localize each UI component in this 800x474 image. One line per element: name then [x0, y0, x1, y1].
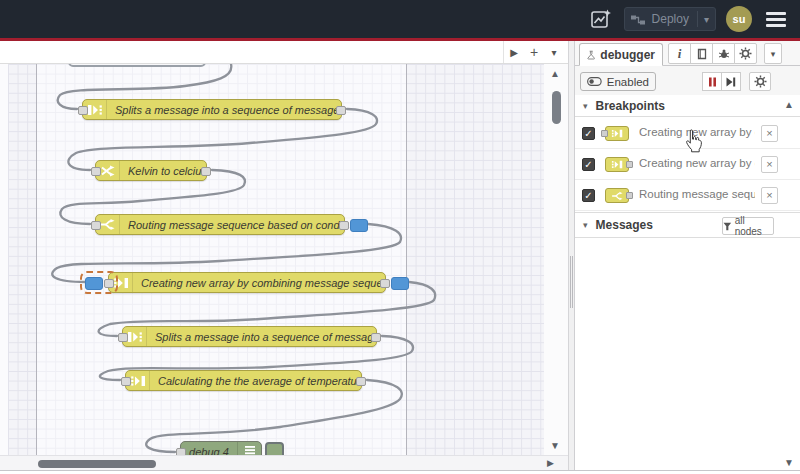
breakpoint-label: Creating new array by combining message … — [639, 157, 755, 169]
remove-breakpoint-button[interactable]: × — [761, 187, 778, 204]
sidebar: debugger i ▾ — [575, 41, 800, 470]
breakpoint-row[interactable]: ✓ Creating new array by combining messag… — [575, 118, 800, 149]
join-node-mini-icon — [601, 156, 633, 173]
breakpoint-checkbox[interactable]: ✓ — [582, 127, 595, 140]
node-label: Splits a message into a sequence of mess… — [107, 104, 341, 116]
node-label: Splits a message into a sequence of mess… — [147, 331, 376, 343]
scroll-down-icon[interactable]: ▼ — [550, 440, 560, 451]
sidebar-tabbar: debugger i ▾ — [575, 41, 800, 66]
output-port[interactable] — [371, 333, 381, 342]
input-port[interactable] — [118, 333, 128, 342]
output-port[interactable] — [356, 377, 366, 386]
debugger-settings-button[interactable] — [749, 72, 771, 91]
remove-breakpoint-button[interactable]: × — [761, 156, 778, 173]
breakpoint-label: Creating new array by combining message … — [639, 126, 755, 138]
sidebar-collapse-caret-icon[interactable]: ▾ — [764, 43, 782, 64]
info-tab-icon[interactable]: i — [668, 43, 691, 64]
breakpoint-row[interactable]: ✓ Routing message sequence based on cond… — [575, 180, 800, 211]
node-debug-4[interactable]: debug 4 — [180, 441, 262, 455]
node-join-average[interactable]: Calculating the the average of temperatu… — [125, 370, 362, 391]
debug-node-icon — [237, 442, 261, 455]
vscroll-thumb[interactable] — [552, 91, 561, 124]
hscroll-thumb[interactable] — [38, 460, 156, 468]
filter-label: all nodes — [735, 215, 773, 237]
switch-node-mini-icon — [601, 187, 633, 204]
node-red-app: Deploy ▾ su ▶ + ▾ — [0, 0, 800, 474]
debug-toggle-button[interactable] — [265, 442, 284, 455]
input-port[interactable] — [176, 448, 186, 455]
flask-icon — [587, 49, 595, 61]
node-label: debug 4 — [181, 446, 237, 456]
section-title: Messages — [596, 218, 653, 232]
tab-label: debugger — [600, 48, 655, 62]
canvas-vscrollbar: ▲ ▼ — [544, 64, 568, 455]
help-tab-icon[interactable] — [690, 43, 713, 64]
section-title: Breakpoints — [596, 99, 665, 113]
breakpoint-label: Routing message sequence based on condit… — [639, 188, 755, 200]
breakpoint-checkbox[interactable]: ✓ — [582, 158, 595, 171]
ai-assistant-icon[interactable] — [588, 6, 614, 32]
tab-scroll-right-icon[interactable]: ▶ — [504, 41, 524, 63]
tab-debugger[interactable]: debugger — [579, 43, 663, 66]
section-caret-icon: ▾ — [583, 101, 588, 111]
breakpoint-row[interactable]: ✓ Creating new array by combining messag… — [575, 149, 800, 180]
deploy-caret-icon[interactable]: ▾ — [704, 14, 709, 25]
add-flow-button[interactable]: + — [524, 41, 544, 63]
funnel-icon — [723, 222, 732, 231]
sidebar-scroll-up-icon[interactable]: ▲ — [784, 99, 794, 110]
breakpoints-section-header[interactable]: ▾ Breakpoints — [575, 95, 800, 117]
output-port[interactable] — [336, 106, 346, 115]
remove-breakpoint-button[interactable]: × — [761, 125, 778, 142]
canvas-hscrollbar: ▶ — [0, 455, 568, 470]
breakpoint-output[interactable] — [350, 219, 368, 232]
step-button[interactable] — [721, 72, 741, 91]
scroll-up-icon[interactable]: ▲ — [550, 68, 560, 79]
debugger-controls: Enabled — [575, 66, 800, 96]
node-change-kelvin[interactable]: Kelvin to celcius — [95, 160, 207, 181]
breakpoint-output[interactable] — [391, 277, 409, 290]
node-label: Routing message sequence based on condit… — [120, 219, 344, 231]
node-label: Creating new array by combining message … — [133, 277, 385, 289]
deploy-separator — [697, 11, 698, 27]
output-port[interactable] — [201, 167, 211, 176]
section-caret-icon: ▾ — [583, 220, 588, 230]
output-port[interactable] — [339, 221, 349, 230]
flow-canvas[interactable]: Splits a message into a sequence of mess… — [0, 64, 568, 455]
input-port[interactable] — [104, 279, 114, 288]
node-label: Calculating the the average of temperatu… — [150, 375, 361, 387]
messages-section-header[interactable]: ▾ Messages all nodes — [575, 212, 800, 238]
input-port[interactable] — [78, 106, 88, 115]
join-node-mini-icon — [601, 125, 633, 142]
clipped-node[interactable] — [68, 64, 206, 67]
message-filter-button[interactable]: all nodes — [722, 217, 774, 235]
sidebar-splitter[interactable] — [568, 41, 575, 470]
page-footer-line — [0, 470, 800, 471]
node-label: Kelvin to celcius — [120, 165, 206, 177]
input-port[interactable] — [91, 167, 101, 176]
pause-button[interactable] — [702, 72, 722, 91]
playback-buttons — [703, 72, 741, 91]
deploy-button[interactable]: Deploy ▾ — [624, 7, 716, 31]
sidebar-scroll-down-icon[interactable]: ▼ — [784, 457, 794, 468]
input-port[interactable] — [91, 221, 101, 230]
node-split-1[interactable]: Splits a message into a sequence of mess… — [82, 99, 342, 120]
scroll-right-icon[interactable]: ▶ — [547, 458, 554, 468]
flow-list-caret-icon[interactable]: ▾ — [544, 41, 564, 63]
deploy-label: Deploy — [652, 12, 689, 26]
breakpoint-input[interactable] — [85, 277, 103, 290]
output-port[interactable] — [380, 279, 390, 288]
config-tab-icon[interactable] — [734, 43, 757, 64]
toggle-icon — [587, 76, 602, 87]
debugger-enabled-toggle[interactable]: Enabled — [580, 72, 656, 91]
deploy-icon — [631, 13, 646, 26]
node-join-creating-array[interactable]: Creating new array by combining message … — [108, 272, 386, 293]
debug-tab-icon[interactable] — [712, 43, 735, 64]
menu-icon[interactable] — [762, 8, 790, 31]
splitter-handle[interactable] — [570, 256, 573, 308]
node-switch-routing[interactable]: Routing message sequence based on condit… — [95, 214, 345, 235]
user-avatar[interactable]: su — [726, 6, 752, 32]
node-split-2[interactable]: Splits a message into a sequence of mess… — [122, 326, 377, 347]
input-port[interactable] — [121, 377, 131, 386]
breakpoint-checkbox[interactable]: ✓ — [582, 189, 595, 202]
sidebar-tab-buttons: i — [668, 43, 757, 64]
